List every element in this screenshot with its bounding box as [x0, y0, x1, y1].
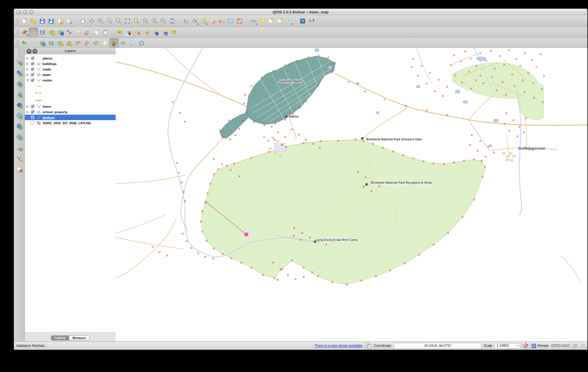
whats-this-button[interactable]: ? — [307, 17, 316, 25]
expand-arrow-icon[interactable] — [27, 116, 28, 119]
layer-item-routes[interactable]: routes — [25, 77, 116, 83]
zoom-next-button[interactable] — [159, 17, 167, 25]
help-contents-button[interactable]: ? — [298, 17, 307, 25]
new-print-composer-button[interactable]: * — [56, 17, 64, 25]
add-postgis-layer-button[interactable] — [15, 79, 24, 88]
new-shapefile-layer-button[interactable]: * — [15, 154, 24, 163]
new-bookmark-button[interactable] — [267, 17, 275, 25]
add-spatialite-layer-button[interactable] — [15, 90, 24, 99]
symbology-item[interactable] — [25, 97, 116, 104]
crs-globe-button[interactable] — [572, 342, 579, 349]
rotate-point-symbols-button[interactable] — [137, 39, 145, 47]
show-bookmarks-button[interactable] — [276, 17, 284, 25]
layer-item-places[interactable]: places — [25, 55, 116, 61]
measure-line-button[interactable] — [249, 17, 257, 25]
field-calculator-button[interactable] — [235, 17, 244, 25]
symbology-item[interactable] — [25, 90, 116, 97]
toolbar-grip[interactable] — [18, 50, 20, 56]
zoom-in-button[interactable] — [96, 17, 105, 25]
zoom-full-button[interactable] — [123, 17, 132, 25]
toolbar-grip[interactable] — [16, 40, 19, 46]
layer-visibility-checkbox[interactable] — [31, 56, 34, 60]
layer-visibility-checkbox[interactable] — [31, 110, 34, 114]
dropdown-arrow-icon[interactable] — [206, 24, 208, 25]
save-project-button[interactable] — [38, 17, 46, 25]
move-label-button[interactable]: abc→ — [151, 28, 160, 36]
layer-visibility-checkbox[interactable] — [31, 116, 34, 119]
layer-visibility-checkbox[interactable] — [31, 62, 34, 66]
delete-ring-button[interactable]: × — [74, 39, 82, 47]
offset-curve-button[interactable] — [101, 39, 109, 47]
layer-item-3420C_2010_327_RGB_LATLNG[interactable]: 3420C_2010_327_RGB_LATLNG — [25, 120, 116, 126]
delete-selected-button[interactable]: × — [74, 28, 83, 36]
open-attribute-table-button[interactable] — [226, 17, 235, 25]
scale-combo[interactable]: 1:19950 — [495, 343, 520, 349]
render-checkbox[interactable] — [532, 344, 536, 348]
tab-layers[interactable]: Layers — [51, 335, 69, 341]
layer-item-water[interactable]: water — [25, 72, 116, 77]
add-wcs-layer-button[interactable] — [15, 122, 24, 131]
resize-grip[interactable] — [581, 344, 585, 348]
highlight-pinned-labels-button[interactable]: ab — [133, 28, 142, 36]
expand-arrow-icon[interactable] — [27, 57, 28, 59]
open-project-button[interactable] — [29, 17, 37, 25]
add-raster-layer-button[interactable] — [15, 69, 24, 77]
remove-layer-button[interactable] — [15, 165, 24, 174]
cut-features-button[interactable] — [83, 28, 92, 36]
coordinate-input[interactable] — [394, 343, 481, 349]
symbology-item[interactable] — [25, 83, 116, 90]
stop-render-button[interactable] — [522, 342, 529, 349]
select-features-button[interactable] — [199, 17, 208, 25]
split-features-button[interactable] — [110, 38, 119, 47]
zoom-last-button[interactable] — [150, 17, 158, 25]
dropdown-arrow-icon[interactable] — [291, 24, 293, 25]
dropdown-arrow-icon[interactable] — [256, 24, 257, 25]
plugin-icon[interactable] — [365, 342, 371, 349]
expand-arrow-icon[interactable] — [27, 68, 28, 70]
layer-visibility-checkbox[interactable] — [31, 105, 34, 108]
add-delimited-text-layer-button[interactable]: , — [15, 144, 24, 152]
add-part-button[interactable]: * — [65, 39, 73, 47]
new-project-button[interactable] — [20, 17, 28, 25]
rotate-feature-button[interactable]: ↻ — [38, 39, 46, 47]
scale-dropdown[interactable] — [516, 343, 520, 348]
layer-item-buildings[interactable]: buildings — [25, 61, 116, 66]
pan-map-button[interactable] — [78, 17, 87, 25]
deselect-features-button[interactable] — [208, 17, 217, 25]
add-ring-button[interactable]: * — [56, 39, 64, 47]
run-feature-action-button[interactable] — [191, 17, 199, 25]
pan-to-selection-button[interactable] — [87, 17, 96, 25]
rotate-label-button[interactable]: abc↻ — [160, 28, 169, 36]
layer-visibility-checkbox[interactable] — [31, 67, 34, 71]
layer-visibility-checkbox[interactable] — [31, 78, 34, 82]
paste-features-button[interactable] — [101, 28, 110, 36]
plugin-available-link[interactable]: There is a new plugin available — [315, 344, 362, 348]
zoom-native-button[interactable]: 1:1 — [114, 17, 123, 25]
node-tool-button[interactable] — [65, 28, 74, 36]
dropdown-arrow-icon[interactable] — [27, 35, 28, 36]
undo-button[interactable] — [20, 39, 28, 47]
title-bar[interactable]: QGIS 2.0.1-Dufour – basic_map — [14, 9, 587, 16]
add-vector-layer-button[interactable] — [15, 58, 24, 67]
save-layer-edits-button[interactable] — [38, 28, 47, 36]
layer-item-roads[interactable]: roads — [25, 66, 116, 72]
tab-browser[interactable]: Browser — [69, 335, 90, 341]
change-label-properties-button[interactable]: abc — [169, 28, 177, 36]
identify-features-button[interactable]: i — [182, 17, 190, 25]
add-feature-button[interactable]: * — [47, 28, 56, 36]
redo-button[interactable] — [29, 39, 37, 47]
expand-arrow-icon[interactable] — [27, 111, 28, 113]
copy-features-button[interactable] — [92, 28, 101, 36]
layer-item-rivers[interactable]: rivers — [25, 104, 116, 109]
zoom-to-layer-button[interactable] — [141, 17, 149, 25]
add-wms-layer-button[interactable] — [15, 111, 24, 120]
map-tips-button[interactable] — [258, 17, 266, 25]
merge-features-button[interactable] — [119, 39, 127, 47]
select-by-expression-button[interactable]: ε — [217, 17, 226, 25]
pin-unpin-labels-button[interactable]: ab — [124, 28, 133, 37]
toggle-editing-button[interactable] — [29, 28, 38, 37]
move-feature-button[interactable]: → — [56, 28, 65, 36]
expand-arrow-icon[interactable] — [27, 79, 29, 81]
layer-labeling-button[interactable]: abc — [115, 28, 123, 36]
add-wfs-layer-button[interactable] — [15, 133, 24, 142]
